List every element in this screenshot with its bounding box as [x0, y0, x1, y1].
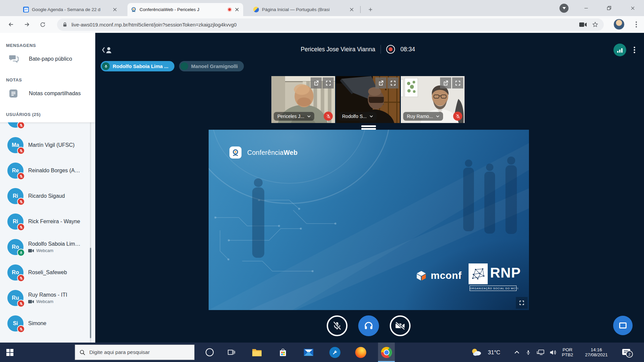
close-tab-icon[interactable]: [348, 7, 355, 13]
fullscreen-video-icon[interactable]: [387, 77, 398, 88]
chevron-down-icon: [436, 115, 439, 117]
camera-in-use-icon[interactable]: [579, 22, 587, 27]
tray-volume-button[interactable]: [547, 343, 559, 362]
meeting-stage: Periceles Jose Vieira Vianna 08:34: [95, 33, 644, 343]
userlist-scrollbar-thumb[interactable]: [90, 248, 91, 338]
fullscreen-video-icon[interactable]: [452, 77, 463, 88]
url-bar[interactable]: live-aws019.mconf.rnp.br/html5client/joi…: [57, 18, 604, 31]
unmute-microphone-button[interactable]: [327, 315, 347, 336]
tab-google-agenda[interactable]: 27 Google Agenda - Semana de 22 d: [20, 3, 121, 16]
toggle-userlist-button[interactable]: [101, 46, 115, 54]
talker-pill-silent[interactable]: Manoel Gramignolli: [179, 61, 244, 71]
tab-recording-indicator-icon: [227, 7, 232, 12]
back-button[interactable]: [5, 19, 17, 30]
shared-notes-item[interactable]: Notas compartilhadas: [0, 84, 95, 103]
options-menu-icon[interactable]: [634, 47, 635, 53]
chrome-icon: [381, 347, 392, 358]
fullscreen-video-icon[interactable]: [323, 77, 334, 88]
recording-time: 08:34: [400, 46, 415, 53]
firefox-button[interactable]: [352, 343, 369, 362]
microsoft-store-icon: [279, 348, 287, 357]
user-list-item[interactable]: Ri Ricardo Sigaud: [0, 183, 95, 209]
user-list-item[interactable]: Ro Roseli_Safeweb: [0, 260, 95, 285]
start-button[interactable]: [1, 343, 18, 362]
presentation-fullscreen-icon[interactable]: [516, 297, 528, 309]
public-chat-item[interactable]: Bate-papo público: [0, 50, 95, 68]
muted-mic-badge: [453, 112, 462, 121]
user-name: Ricardo Sigaud: [28, 193, 65, 199]
user-list-item[interactable]: Si Simone: [0, 311, 95, 336]
leave-audio-button[interactable]: [358, 315, 379, 336]
mic-status-badge: [17, 249, 25, 256]
conferenciaweb-logo-icon: [229, 146, 241, 159]
restore-presentation-button[interactable]: [613, 316, 633, 335]
tab-divider: [360, 6, 361, 13]
keyboard-layout: PTB2: [562, 352, 573, 357]
user-list[interactable]: Ma Martín Vigil (UFSC) Re Reinaldo Borge…: [0, 122, 95, 343]
browser-menu-icon[interactable]: [631, 19, 642, 30]
close-tab-icon[interactable]: [112, 7, 118, 13]
close-window-button[interactable]: [625, 2, 641, 14]
tray-microphone-button[interactable]: [523, 343, 534, 362]
user-initials: Ru: [12, 295, 19, 301]
user-avatar: Ru: [7, 290, 23, 306]
temperature-label[interactable]: 31°C: [485, 343, 503, 362]
mic-status-badge: [17, 274, 25, 282]
webcam-name-dropdown[interactable]: Rodolfo S...: [338, 112, 377, 121]
file-explorer-button[interactable]: [249, 343, 265, 362]
task-view-button[interactable]: [223, 343, 240, 362]
support-tool-button[interactable]: [326, 343, 343, 362]
enable-webcam-button[interactable]: [390, 315, 411, 336]
tray-network-button[interactable]: [534, 343, 547, 362]
new-tab-button[interactable]: [365, 4, 376, 15]
popout-video-icon[interactable]: [440, 77, 451, 88]
microsoft-store-button[interactable]: [274, 343, 291, 362]
tab-search-button[interactable]: [559, 4, 569, 13]
minimize-window-button[interactable]: [578, 2, 594, 14]
chrome-button[interactable]: [378, 343, 395, 362]
users-header: USUÁRIOS (25): [6, 112, 95, 117]
chevron-down-icon: [370, 115, 373, 117]
reload-button[interactable]: [37, 19, 48, 30]
talker-pill-active[interactable]: Rodolfo Saboia Lima ...: [101, 61, 174, 71]
language-indicator[interactable]: POR PTB2: [559, 343, 576, 362]
cortana-button[interactable]: [201, 343, 218, 362]
profile-avatar[interactable]: [613, 19, 625, 30]
wrench-icon: [329, 347, 340, 358]
forward-button[interactable]: [21, 19, 33, 30]
clock-widget[interactable]: 14:16 27/08/2021: [578, 343, 615, 362]
screen: 27 Google Agenda - Semana de 22 d Confer…: [0, 0, 644, 362]
user-avatar: Re: [7, 163, 23, 179]
popout-video-icon[interactable]: [375, 77, 386, 88]
tab-conferenciaweb[interactable]: ConferênciaWeb - Periceles J: [127, 3, 243, 16]
tray-expand-button[interactable]: [511, 343, 523, 362]
tab-pagina-inicial[interactable]: Página Inicial — Português (Brasi: [250, 3, 358, 16]
restore-window-button[interactable]: [601, 2, 617, 14]
connection-status-icon[interactable]: [613, 44, 626, 56]
conferenciaweb-favicon: [131, 7, 137, 12]
user-avatar: Ri: [7, 188, 23, 204]
recording-indicator-icon[interactable]: [386, 45, 395, 54]
taskbar-search[interactable]: [75, 345, 195, 360]
user-list-item[interactable]: Ri Rick Ferreira - Wayne: [0, 209, 95, 234]
user-avatar: Ro: [7, 239, 23, 255]
user-initials: Ri: [13, 193, 18, 199]
webcam-icon: [28, 249, 34, 253]
user-list-item[interactable]: Ru Ruy Ramos - ITI Webcam: [0, 285, 95, 311]
search-input[interactable]: [89, 349, 190, 355]
mail-button[interactable]: [300, 343, 317, 362]
user-list-item[interactable]: Ro Rodolfo Saboia Lim… Webcam: [0, 234, 95, 260]
user-list-item[interactable]: Ma Martín Vigil (UFSC): [0, 132, 95, 158]
webcam-name-dropdown[interactable]: Periceles J...: [274, 112, 314, 121]
webcam-name-dropdown[interactable]: Ruy Ramo...: [403, 112, 443, 121]
user-list-item[interactable]: Re Reinaldo Borges (A…: [0, 158, 95, 183]
weather-widget[interactable]: [470, 343, 483, 362]
user-initials: Ro: [12, 244, 19, 250]
popout-video-icon[interactable]: [311, 77, 322, 88]
mic-status-badge: [17, 325, 25, 333]
shared-notes-label: Notas compartilhadas: [29, 90, 81, 97]
notification-center-button[interactable]: 2: [618, 343, 635, 362]
close-tab-icon[interactable]: [234, 7, 240, 13]
windows-taskbar: 31°C POR PTB2 14:16 27/08/2021: [0, 343, 644, 362]
bookmark-star-icon[interactable]: [592, 21, 598, 28]
